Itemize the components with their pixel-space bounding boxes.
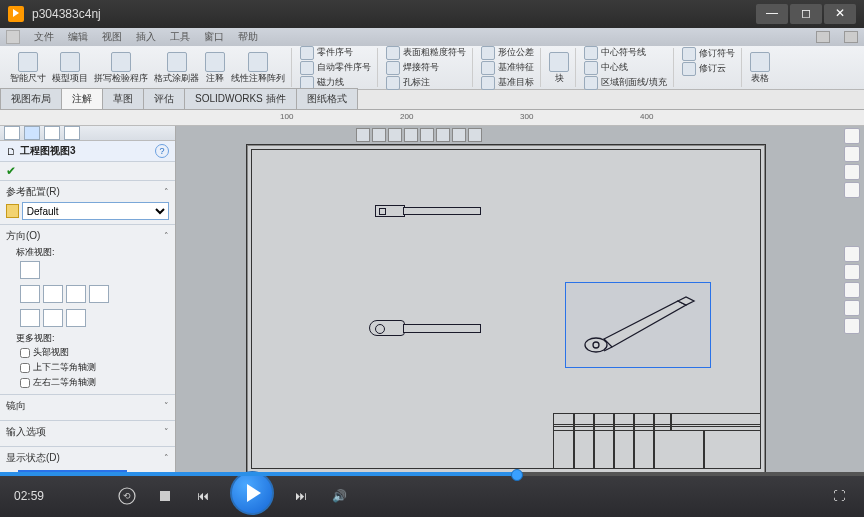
ribbon-auto-balloon[interactable]: 自动零件序号 [300, 61, 371, 75]
ribbon-linear-pattern[interactable]: 线性注释阵列 [229, 52, 287, 83]
spellcheck-icon [111, 52, 131, 72]
ribbon-tables[interactable]: 表格 [748, 52, 772, 83]
view-tool-icon[interactable] [356, 128, 370, 142]
ribbon-gtol[interactable]: 形位公差 [481, 46, 534, 60]
drawing-view-2[interactable] [369, 320, 483, 338]
view-button[interactable] [66, 285, 86, 303]
collapse-icon[interactable]: ˄ [164, 453, 169, 463]
config-select[interactable]: Default [22, 202, 169, 220]
tab-evaluate[interactable]: 评估 [143, 88, 185, 109]
expand-icon[interactable]: ˅ [164, 427, 169, 437]
maximize-button[interactable]: ◻ [790, 4, 822, 24]
close-button[interactable]: ✕ [824, 4, 856, 24]
check-dimetric-ud[interactable] [20, 363, 30, 373]
menu-item[interactable]: 窗口 [204, 30, 224, 44]
ribbon-hatch[interactable]: 区域剖面线/填充 [584, 76, 667, 90]
tree-tab-feature[interactable] [4, 126, 20, 140]
ribbon-block[interactable]: 块 [547, 52, 571, 83]
menu-item[interactable]: 工具 [170, 30, 190, 44]
tree-tab-dim[interactable] [64, 126, 80, 140]
ok-check-icon[interactable]: ✔ [0, 162, 175, 180]
tab-sheet-format[interactable]: 图纸格式 [296, 88, 358, 109]
prev-button[interactable]: ⏮ [192, 485, 214, 507]
stop-button[interactable]: ⟲ [116, 485, 138, 507]
stop-square-button[interactable] [154, 485, 176, 507]
menubar-expand-icon[interactable] [844, 31, 858, 43]
ribbon-format-painter[interactable]: 格式涂刷器 [152, 52, 201, 83]
drawing-canvas[interactable] [176, 126, 864, 488]
fullscreen-button[interactable]: ⛶ [828, 485, 850, 507]
view-button[interactable] [43, 285, 63, 303]
ribbon-spellcheck[interactable]: 拼写检验程序 [92, 52, 150, 83]
menu-item[interactable]: 插入 [136, 30, 156, 44]
ribbon-hole-callout[interactable]: 孔标注 [386, 76, 466, 90]
tree-tab-property[interactable] [24, 126, 40, 140]
ribbon-note[interactable]: 注释 [203, 52, 227, 83]
ribbon-model-items[interactable]: 模型项目 [50, 52, 90, 83]
volume-button[interactable]: 🔊 [328, 485, 350, 507]
side-tool-icon[interactable] [844, 264, 860, 280]
tree-tab-config[interactable] [44, 126, 60, 140]
tab-sketch[interactable]: 草图 [102, 88, 144, 109]
check-dimetric-lr[interactable] [20, 378, 30, 388]
view-tool-icon[interactable] [372, 128, 386, 142]
ribbon-revision-cloud[interactable]: 修订云 [682, 62, 735, 76]
ribbon-centerline[interactable]: 中心线 [584, 61, 667, 75]
drawing-view-1[interactable] [375, 205, 483, 219]
ribbon-surface-finish[interactable]: 表面粗糙度符号 [386, 46, 466, 60]
play-button[interactable] [230, 471, 274, 515]
view-button[interactable] [20, 309, 40, 327]
menu-item[interactable]: 文件 [34, 30, 54, 44]
seek-bar[interactable] [0, 472, 864, 476]
canvas-button[interactable] [844, 182, 860, 198]
ribbon-datum-target[interactable]: 基准目标 [481, 76, 534, 90]
side-tool-icon[interactable] [844, 318, 860, 334]
menu-item[interactable]: 编辑 [68, 30, 88, 44]
app-icon [8, 6, 24, 22]
ribbon-center-mark[interactable]: 中心符号线 [584, 46, 667, 60]
canvas-button[interactable] [844, 128, 860, 144]
app-menu-icon[interactable] [6, 30, 20, 44]
view-front-button[interactable] [20, 261, 40, 279]
side-tool-icon[interactable] [844, 300, 860, 316]
view-tool-icon[interactable] [420, 128, 434, 142]
canvas-button[interactable] [844, 164, 860, 180]
menubar-button[interactable] [816, 31, 830, 43]
drawing-view-3-placing[interactable] [565, 282, 711, 368]
home-icon[interactable] [844, 246, 860, 262]
section-mirror[interactable]: 镜向˅ [0, 394, 175, 420]
ribbon-balloon[interactable]: 零件序号 [300, 46, 371, 60]
canvas-button[interactable] [844, 146, 860, 162]
view-button[interactable] [89, 285, 109, 303]
side-tool-icon[interactable] [844, 282, 860, 298]
ribbon-weld-symbol[interactable]: 焊接符号 [386, 61, 466, 75]
drawing-sheet[interactable] [246, 144, 766, 474]
ribbon-datum-feature[interactable]: 基准特征 [481, 61, 534, 75]
collapse-icon[interactable]: ˄ [164, 187, 169, 197]
menu-item[interactable]: 视图 [102, 30, 122, 44]
tab-view-layout[interactable]: 视图布局 [0, 88, 62, 109]
menu-item[interactable]: 帮助 [238, 30, 258, 44]
ribbon-revision-symbol[interactable]: 修订符号 [682, 47, 735, 61]
surface-finish-icon [386, 46, 400, 60]
view-button[interactable] [66, 309, 86, 327]
next-button[interactable]: ⏭ [290, 485, 312, 507]
view-tool-icon[interactable] [452, 128, 466, 142]
section-import[interactable]: 输入选项˅ [0, 420, 175, 446]
view-button[interactable] [43, 309, 63, 327]
ribbon-smart-dimension[interactable]: 智能尺寸 [8, 52, 48, 83]
view-button[interactable] [20, 285, 40, 303]
view-tool-icon[interactable] [468, 128, 482, 142]
help-icon[interactable]: ? [155, 144, 169, 158]
view-tool-icon[interactable] [404, 128, 418, 142]
model-items-icon [60, 52, 80, 72]
check-head-view[interactable] [20, 348, 30, 358]
minimize-button[interactable]: — [756, 4, 788, 24]
view-tool-icon[interactable] [388, 128, 402, 142]
view-tool-icon[interactable] [436, 128, 450, 142]
centerline-icon [584, 61, 598, 75]
expand-icon[interactable]: ˅ [164, 401, 169, 411]
tab-addins[interactable]: SOLIDWORKS 插件 [184, 88, 297, 109]
tab-annotation[interactable]: 注解 [61, 88, 103, 109]
collapse-icon[interactable]: ˄ [164, 231, 169, 241]
